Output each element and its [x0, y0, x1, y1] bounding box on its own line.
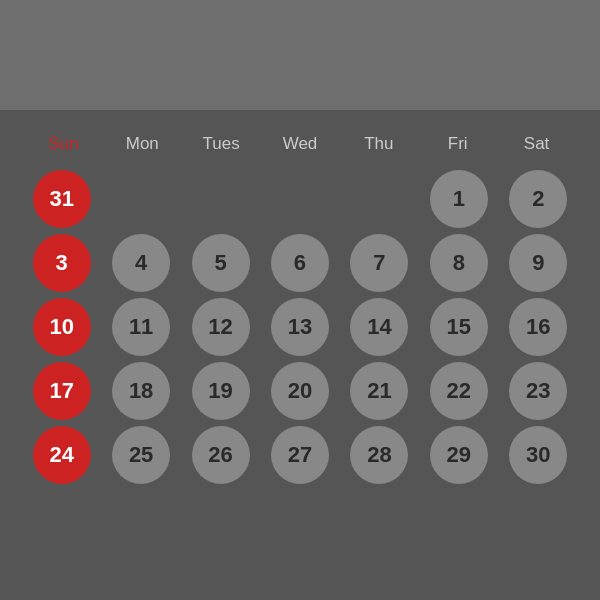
day-empty — [350, 170, 408, 228]
day-cell: 3 — [24, 234, 99, 292]
day-cell: 23 — [501, 362, 576, 420]
day-27[interactable]: 27 — [271, 426, 329, 484]
day-cell: 9 — [501, 234, 576, 292]
day-24[interactable]: 24 — [33, 426, 91, 484]
day-empty — [271, 170, 329, 228]
day-cell: 11 — [103, 298, 178, 356]
day-31[interactable]: 31 — [33, 170, 91, 228]
day-cell: 31 — [24, 170, 99, 228]
day-cell: 2 — [501, 170, 576, 228]
day-cell: 22 — [421, 362, 496, 420]
weekday-sun: Sun — [24, 128, 103, 160]
day-cell — [183, 170, 258, 228]
day-6[interactable]: 6 — [271, 234, 329, 292]
weekday-tues: Tues — [182, 128, 261, 160]
day-cell: 13 — [262, 298, 337, 356]
day-18[interactable]: 18 — [112, 362, 170, 420]
day-cell: 15 — [421, 298, 496, 356]
day-cell: 1 — [421, 170, 496, 228]
day-cell: 20 — [262, 362, 337, 420]
day-25[interactable]: 25 — [112, 426, 170, 484]
day-cell: 6 — [262, 234, 337, 292]
day-7[interactable]: 7 — [350, 234, 408, 292]
day-cell: 21 — [342, 362, 417, 420]
day-26[interactable]: 26 — [192, 426, 250, 484]
day-15[interactable]: 15 — [430, 298, 488, 356]
day-21[interactable]: 21 — [350, 362, 408, 420]
day-cell: 7 — [342, 234, 417, 292]
day-14[interactable]: 14 — [350, 298, 408, 356]
day-23[interactable]: 23 — [509, 362, 567, 420]
day-cell: 28 — [342, 426, 417, 484]
weekday-fri: Fri — [418, 128, 497, 160]
day-cell: 16 — [501, 298, 576, 356]
day-cell: 18 — [103, 362, 178, 420]
day-cell: 12 — [183, 298, 258, 356]
day-cell: 25 — [103, 426, 178, 484]
weekday-wed: Wed — [261, 128, 340, 160]
calendar-header — [0, 0, 600, 110]
day-2[interactable]: 2 — [509, 170, 567, 228]
calendar-body: SunMonTuesWedThuFriSat 31123456789101112… — [0, 110, 600, 600]
day-1[interactable]: 1 — [430, 170, 488, 228]
day-cell: 8 — [421, 234, 496, 292]
day-28[interactable]: 28 — [350, 426, 408, 484]
day-cell: 19 — [183, 362, 258, 420]
day-8[interactable]: 8 — [430, 234, 488, 292]
day-19[interactable]: 19 — [192, 362, 250, 420]
day-30[interactable]: 30 — [509, 426, 567, 484]
day-cell — [103, 170, 178, 228]
day-20[interactable]: 20 — [271, 362, 329, 420]
day-cell: 26 — [183, 426, 258, 484]
weekday-thu: Thu — [339, 128, 418, 160]
day-3[interactable]: 3 — [33, 234, 91, 292]
day-5[interactable]: 5 — [192, 234, 250, 292]
day-16[interactable]: 16 — [509, 298, 567, 356]
day-cell: 5 — [183, 234, 258, 292]
day-cell: 17 — [24, 362, 99, 420]
day-cell: 14 — [342, 298, 417, 356]
day-17[interactable]: 17 — [33, 362, 91, 420]
weekday-sat: Sat — [497, 128, 576, 160]
day-12[interactable]: 12 — [192, 298, 250, 356]
day-22[interactable]: 22 — [430, 362, 488, 420]
days-grid: 3112345678910111213141516171819202122232… — [24, 170, 576, 484]
day-cell: 30 — [501, 426, 576, 484]
day-cell: 27 — [262, 426, 337, 484]
weekdays-row: SunMonTuesWedThuFriSat — [24, 128, 576, 160]
day-cell — [342, 170, 417, 228]
day-empty — [192, 170, 250, 228]
day-empty — [112, 170, 170, 228]
day-cell: 4 — [103, 234, 178, 292]
day-13[interactable]: 13 — [271, 298, 329, 356]
day-11[interactable]: 11 — [112, 298, 170, 356]
day-cell: 29 — [421, 426, 496, 484]
weekday-mon: Mon — [103, 128, 182, 160]
day-cell: 24 — [24, 426, 99, 484]
day-9[interactable]: 9 — [509, 234, 567, 292]
calendar: SunMonTuesWedThuFriSat 31123456789101112… — [0, 0, 600, 600]
day-cell — [262, 170, 337, 228]
day-29[interactable]: 29 — [430, 426, 488, 484]
day-4[interactable]: 4 — [112, 234, 170, 292]
day-10[interactable]: 10 — [33, 298, 91, 356]
day-cell: 10 — [24, 298, 99, 356]
